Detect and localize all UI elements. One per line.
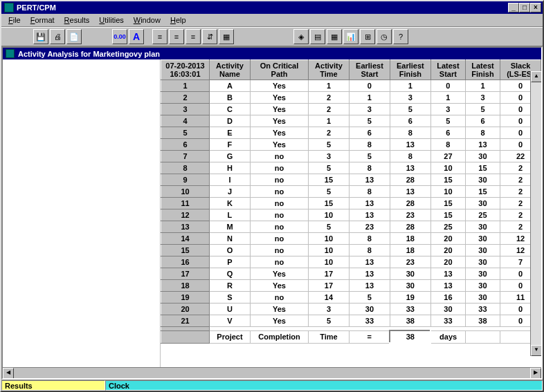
row-number[interactable]: 8 bbox=[161, 162, 210, 174]
cell[interactable]: S bbox=[210, 292, 251, 304]
cell[interactable]: 30 bbox=[465, 292, 500, 304]
cell[interactable]: no bbox=[250, 186, 308, 198]
col-es[interactable]: EarliestStart bbox=[349, 60, 390, 80]
cell[interactable]: 8 bbox=[390, 127, 430, 139]
cell[interactable]: 23 bbox=[390, 256, 430, 268]
row-number[interactable]: 7 bbox=[161, 151, 210, 162]
cell[interactable]: 13 bbox=[349, 198, 390, 209]
cell[interactable]: 5 bbox=[349, 292, 390, 304]
menu-utilities[interactable]: Utilities bbox=[95, 15, 127, 25]
scroll-left-button[interactable]: ◀ bbox=[3, 368, 14, 379]
menu-help[interactable]: Help bbox=[166, 15, 190, 25]
cell[interactable]: 1 bbox=[309, 80, 350, 92]
print-icon[interactable]: 🖨 bbox=[50, 29, 65, 44]
cell[interactable]: 30 bbox=[465, 256, 500, 268]
calendar-icon[interactable]: ⊞ bbox=[360, 29, 375, 44]
row-number[interactable]: 19 bbox=[161, 292, 210, 304]
cell[interactable]: 30 bbox=[465, 221, 500, 233]
cell[interactable]: 20 bbox=[430, 245, 465, 256]
menu-file[interactable]: File bbox=[4, 15, 25, 25]
table-row[interactable]: 21VYes5333833380 bbox=[161, 315, 541, 327]
cell[interactable]: 23 bbox=[390, 209, 430, 221]
cell[interactable]: 6 bbox=[430, 127, 465, 139]
row-number[interactable]: 16 bbox=[161, 256, 210, 268]
cell[interactable]: G bbox=[210, 151, 251, 162]
cell[interactable]: 28 bbox=[390, 174, 430, 186]
cell[interactable]: 0 bbox=[349, 80, 390, 92]
table-row[interactable]: 3CYes235350 bbox=[161, 104, 541, 115]
col-name[interactable]: ActivityName bbox=[210, 60, 251, 80]
cell[interactable]: Yes bbox=[250, 315, 308, 327]
row-number[interactable]: 14 bbox=[161, 233, 210, 245]
cell[interactable]: 3 bbox=[465, 92, 500, 104]
table-row[interactable]: 17QYes17133013300 bbox=[161, 268, 541, 280]
cell[interactable]: 13 bbox=[430, 268, 465, 280]
cell[interactable]: Yes bbox=[250, 139, 308, 151]
font-icon[interactable]: A bbox=[129, 29, 144, 44]
cell[interactable]: R bbox=[210, 280, 251, 292]
grid-icon[interactable]: ▦ bbox=[219, 29, 234, 44]
cell[interactable]: 20 bbox=[430, 256, 465, 268]
column-icon[interactable]: ⇵ bbox=[202, 29, 217, 44]
save-icon[interactable]: 💾 bbox=[33, 29, 48, 44]
cell[interactable]: no bbox=[250, 198, 308, 209]
cell[interactable]: 15 bbox=[430, 198, 465, 209]
col-ef[interactable]: EarliestFinish bbox=[390, 60, 430, 80]
cell[interactable]: 30 bbox=[430, 304, 465, 315]
cell[interactable]: O bbox=[210, 245, 251, 256]
cell[interactable]: 8 bbox=[349, 245, 390, 256]
cell[interactable]: Yes bbox=[250, 92, 308, 104]
table-row[interactable]: 6FYes58138130 bbox=[161, 139, 541, 151]
cell[interactable]: I bbox=[210, 174, 251, 186]
table-row[interactable]: 13Mno5232825302 bbox=[161, 221, 541, 233]
row-number[interactable]: 11 bbox=[161, 198, 210, 209]
cell[interactable]: 17 bbox=[309, 280, 350, 292]
table-row[interactable]: 10Jno581310152 bbox=[161, 186, 541, 198]
table-row[interactable]: 18RYes17133013300 bbox=[161, 280, 541, 292]
cell[interactable]: 5 bbox=[309, 139, 350, 151]
scroll-right-button[interactable]: ▶ bbox=[530, 368, 541, 379]
cell[interactable]: 5 bbox=[465, 104, 500, 115]
cell[interactable]: 1 bbox=[390, 80, 430, 92]
cell[interactable]: 15 bbox=[309, 174, 350, 186]
col-stamp[interactable]: 07-20-201316:03:01 bbox=[161, 60, 210, 80]
cell[interactable]: 5 bbox=[309, 221, 350, 233]
cell[interactable]: V bbox=[210, 315, 251, 327]
cell[interactable]: 30 bbox=[465, 280, 500, 292]
cell[interactable]: Yes bbox=[250, 104, 308, 115]
cell[interactable]: 13 bbox=[465, 139, 500, 151]
row-number[interactable]: 15 bbox=[161, 245, 210, 256]
cell[interactable]: 33 bbox=[465, 304, 500, 315]
cell[interactable]: 28 bbox=[390, 221, 430, 233]
cell[interactable]: 30 bbox=[465, 268, 500, 280]
cell[interactable]: Yes bbox=[250, 280, 308, 292]
cell[interactable]: 10 bbox=[309, 209, 350, 221]
cell[interactable]: 14 bbox=[309, 292, 350, 304]
row-number[interactable]: 20 bbox=[161, 304, 210, 315]
cell[interactable]: no bbox=[250, 292, 308, 304]
cell[interactable]: 6 bbox=[349, 127, 390, 139]
col-time[interactable]: ActivityTime bbox=[309, 60, 350, 80]
table-row[interactable]: 7Gno358273022 bbox=[161, 151, 541, 162]
cell[interactable]: E bbox=[210, 127, 251, 139]
cell[interactable]: U bbox=[210, 304, 251, 315]
cell[interactable]: 2 bbox=[309, 104, 350, 115]
menu-window[interactable]: Window bbox=[129, 15, 165, 25]
cell[interactable]: 18 bbox=[390, 245, 430, 256]
table-green-icon[interactable]: ▦ bbox=[327, 29, 342, 44]
table-row[interactable]: 5EYes268680 bbox=[161, 127, 541, 139]
cell[interactable]: 25 bbox=[465, 209, 500, 221]
cell[interactable]: 30 bbox=[465, 245, 500, 256]
horizontal-scrollbar[interactable]: ◀ ▶ bbox=[3, 367, 541, 378]
cell[interactable]: 6 bbox=[465, 115, 500, 127]
cell[interactable]: 1 bbox=[465, 80, 500, 92]
cell[interactable]: 5 bbox=[309, 315, 350, 327]
cell[interactable]: 13 bbox=[349, 256, 390, 268]
cell[interactable]: 15 bbox=[430, 174, 465, 186]
cell[interactable]: 3 bbox=[390, 92, 430, 104]
cell[interactable]: 13 bbox=[390, 186, 430, 198]
row-number[interactable]: 18 bbox=[161, 280, 210, 292]
table-row[interactable]: 12Lno10132315252 bbox=[161, 209, 541, 221]
cell[interactable]: B bbox=[210, 92, 251, 104]
col-ls[interactable]: LatestStart bbox=[430, 60, 465, 80]
